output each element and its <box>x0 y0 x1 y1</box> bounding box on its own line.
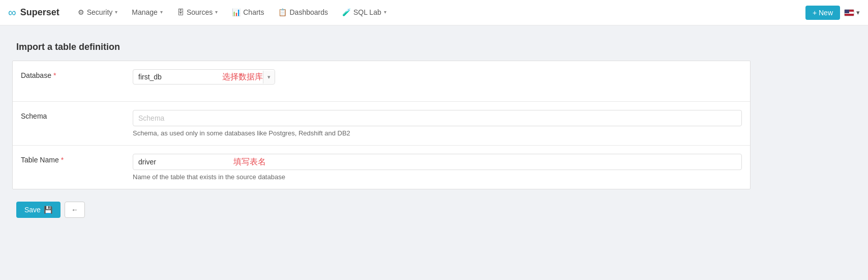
table-name-annotation: 填写表名 <box>233 157 266 167</box>
superset-logo-icon: ∞ <box>8 6 16 19</box>
select-dropdown-arrow[interactable]: ▾ <box>263 71 275 83</box>
dashboards-icon: 📋 <box>278 8 287 16</box>
database-selected-value: first_db <box>133 70 216 84</box>
table-name-label: Table Name * <box>13 146 125 174</box>
schema-help-text: Schema, as used only in some databases l… <box>133 129 742 137</box>
security-icon: ⚙ <box>78 8 84 16</box>
save-label: Save <box>24 206 41 214</box>
nav-label-sources: Sources <box>187 8 213 16</box>
table-name-row: Table Name * 填写表名 Name of the table that… <box>13 146 750 189</box>
table-name-help-text: Name of the table that exists in the sou… <box>133 173 742 181</box>
navbar: ∞ Superset ⚙ Security ▾ Manage ▾ 🗄 Sourc… <box>0 0 868 25</box>
schema-row: Schema Schema, as used only in some data… <box>13 102 750 146</box>
new-button[interactable]: + New <box>805 6 840 20</box>
sources-icon: 🗄 <box>177 8 184 16</box>
database-select[interactable]: first_db 选择数据库 ▾ <box>133 69 275 85</box>
main-content: Import a table definition Database * fir… <box>0 25 763 234</box>
form-title: Import a table definition <box>12 42 751 52</box>
chevron-down-icon: ▾ <box>384 9 386 15</box>
nav-label-security: Security <box>87 8 113 16</box>
brand-logo-link[interactable]: ∞ Superset <box>8 6 59 19</box>
nav-item-charts[interactable]: 📊 Charts <box>226 0 270 25</box>
table-name-field-col: 填写表名 Name of the table that exists in th… <box>125 146 750 189</box>
required-indicator: * <box>61 156 64 164</box>
schema-label: Schema <box>13 102 125 130</box>
back-button[interactable]: ← <box>65 202 85 218</box>
database-annotation: 选择数据库 <box>222 72 263 82</box>
nav-label-manage: Manage <box>132 8 158 16</box>
chevron-down-icon: ▾ <box>215 9 218 15</box>
chevron-down-icon: ▾ <box>856 9 860 16</box>
nav-item-security[interactable]: ⚙ Security ▾ <box>72 0 124 25</box>
action-row: Save 💾 ← <box>12 202 751 218</box>
flag-icon <box>844 9 854 16</box>
nav-item-sources[interactable]: 🗄 Sources ▾ <box>171 0 224 25</box>
import-table-form: Database * first_db 选择数据库 ▾ Schema Schem… <box>12 61 751 189</box>
database-label: Database * <box>13 61 125 90</box>
chevron-down-icon: ▾ <box>160 9 163 15</box>
nav-items: ⚙ Security ▾ Manage ▾ 🗄 Sources ▾ 📊 Char… <box>72 0 805 25</box>
sqllab-icon: 🧪 <box>342 8 351 16</box>
save-button[interactable]: Save 💾 <box>16 202 61 218</box>
nav-right: + New ▾ <box>805 6 860 20</box>
nav-label-charts: Charts <box>243 8 264 16</box>
save-icon: 💾 <box>44 206 52 214</box>
database-field-col: first_db 选择数据库 ▾ <box>125 61 750 93</box>
chevron-down-icon: ▾ <box>115 9 117 15</box>
nav-item-dashboards[interactable]: 📋 Dashboards <box>272 0 334 25</box>
charts-icon: 📊 <box>232 8 241 16</box>
nav-item-manage[interactable]: Manage ▾ <box>126 0 169 25</box>
brand-name: Superset <box>20 7 59 18</box>
nav-label-sqllab: SQL Lab <box>353 8 381 16</box>
language-selector[interactable]: ▾ <box>844 9 860 16</box>
schema-field-col: Schema, as used only in some databases l… <box>125 102 750 145</box>
nav-item-sqllab[interactable]: 🧪 SQL Lab ▾ <box>336 0 393 25</box>
database-row: Database * first_db 选择数据库 ▾ <box>13 61 750 102</box>
required-indicator: * <box>53 71 56 79</box>
table-name-input[interactable] <box>138 154 227 170</box>
nav-label-dashboards: Dashboards <box>289 8 328 16</box>
schema-input[interactable] <box>133 110 742 126</box>
